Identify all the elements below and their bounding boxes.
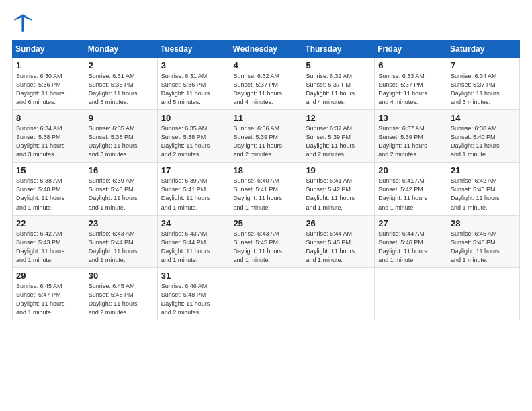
header (12, 12, 520, 34)
day-info: Sunrise: 6:43 AMSunset: 5:45 PMDaylight:… (234, 230, 300, 265)
page: SundayMondayTuesdayWednesdayThursdayFrid… (0, 0, 532, 411)
day-number: 30 (89, 271, 154, 281)
day-info: Sunrise: 6:41 AMSunset: 5:42 PMDaylight:… (378, 177, 444, 212)
calendar-cell: 9 Sunrise: 6:35 AMSunset: 5:38 PMDayligh… (85, 110, 157, 163)
day-number: 2 (89, 60, 154, 71)
calendar-cell: 12 Sunrise: 6:37 AMSunset: 5:39 PMDaylig… (302, 110, 375, 163)
col-header-monday: Monday (85, 41, 157, 58)
day-number: 3 (161, 60, 227, 71)
day-info: Sunrise: 6:34 AMSunset: 5:38 PMDaylight:… (16, 124, 82, 159)
day-number: 17 (161, 165, 227, 175)
calendar-cell: 21 Sunrise: 6:42 AMSunset: 5:43 PMDaylig… (447, 163, 520, 215)
calendar-cell: 23 Sunrise: 6:43 AMSunset: 5:44 PMDaylig… (85, 215, 157, 267)
calendar-cell: 22 Sunrise: 6:42 AMSunset: 5:43 PMDaylig… (13, 215, 85, 267)
calendar-cell: 3 Sunrise: 6:31 AMSunset: 5:36 PMDayligh… (157, 58, 230, 110)
day-info: Sunrise: 6:44 AMSunset: 5:46 PMDaylight:… (378, 230, 444, 265)
day-number: 7 (451, 60, 517, 71)
day-number: 11 (234, 113, 300, 123)
day-info: Sunrise: 6:42 AMSunset: 5:43 PMDaylight:… (451, 177, 517, 212)
day-info: Sunrise: 6:43 AMSunset: 5:44 PMDaylight:… (89, 230, 154, 265)
day-info: Sunrise: 6:38 AMSunset: 5:40 PMDaylight:… (451, 124, 517, 159)
calendar-cell: 10 Sunrise: 6:35 AMSunset: 5:38 PMDaylig… (157, 110, 230, 163)
calendar-cell: 30 Sunrise: 6:45 AMSunset: 5:48 PMDaylig… (85, 267, 157, 320)
calendar-week-4: 22 Sunrise: 6:42 AMSunset: 5:43 PMDaylig… (13, 215, 520, 267)
calendar-cell: 25 Sunrise: 6:43 AMSunset: 5:45 PMDaylig… (230, 215, 302, 267)
day-number: 27 (378, 218, 444, 228)
calendar-cell: 4 Sunrise: 6:32 AMSunset: 5:37 PMDayligh… (230, 58, 302, 110)
calendar-week-2: 8 Sunrise: 6:34 AMSunset: 5:38 PMDayligh… (13, 110, 520, 163)
calendar-week-5: 29 Sunrise: 6:45 AMSunset: 5:47 PMDaylig… (13, 267, 520, 320)
calendar-cell: 31 Sunrise: 6:46 AMSunset: 5:48 PMDaylig… (157, 267, 230, 320)
calendar-cell (447, 267, 520, 320)
day-info: Sunrise: 6:37 AMSunset: 5:39 PMDaylight:… (306, 124, 371, 159)
day-number: 31 (161, 271, 227, 281)
day-info: Sunrise: 6:37 AMSunset: 5:39 PMDaylight:… (378, 124, 444, 159)
day-info: Sunrise: 6:34 AMSunset: 5:37 PMDaylight:… (451, 72, 517, 107)
calendar-cell: 8 Sunrise: 6:34 AMSunset: 5:38 PMDayligh… (13, 110, 85, 163)
day-info: Sunrise: 6:32 AMSunset: 5:37 PMDaylight:… (306, 72, 371, 107)
day-info: Sunrise: 6:44 AMSunset: 5:45 PMDaylight:… (306, 230, 371, 265)
day-info: Sunrise: 6:32 AMSunset: 5:37 PMDaylight:… (234, 72, 300, 107)
calendar-cell: 11 Sunrise: 6:36 AMSunset: 5:39 PMDaylig… (230, 110, 302, 163)
day-number: 13 (378, 113, 444, 123)
day-info: Sunrise: 6:30 AMSunset: 5:36 PMDaylight:… (16, 72, 82, 107)
col-header-friday: Friday (375, 41, 447, 58)
day-number: 15 (16, 165, 82, 175)
day-number: 23 (89, 218, 154, 228)
calendar-cell: 16 Sunrise: 6:39 AMSunset: 5:40 PMDaylig… (85, 163, 157, 215)
day-number: 18 (234, 165, 300, 175)
day-info: Sunrise: 6:31 AMSunset: 5:36 PMDaylight:… (161, 72, 227, 107)
calendar-cell (302, 267, 375, 320)
calendar-cell: 27 Sunrise: 6:44 AMSunset: 5:46 PMDaylig… (375, 215, 447, 267)
calendar-cell: 24 Sunrise: 6:43 AMSunset: 5:44 PMDaylig… (157, 215, 230, 267)
calendar-week-1: 1 Sunrise: 6:30 AMSunset: 5:36 PMDayligh… (13, 58, 520, 110)
day-number: 25 (234, 218, 300, 228)
calendar-cell: 15 Sunrise: 6:38 AMSunset: 5:40 PMDaylig… (13, 163, 85, 215)
day-number: 19 (306, 165, 371, 175)
day-number: 26 (306, 218, 371, 228)
day-info: Sunrise: 6:33 AMSunset: 5:37 PMDaylight:… (378, 72, 444, 107)
calendar-cell: 1 Sunrise: 6:30 AMSunset: 5:36 PMDayligh… (13, 58, 85, 110)
day-info: Sunrise: 6:42 AMSunset: 5:43 PMDaylight:… (16, 230, 82, 265)
day-number: 4 (234, 60, 300, 71)
day-info: Sunrise: 6:39 AMSunset: 5:41 PMDaylight:… (161, 177, 227, 212)
day-number: 16 (89, 165, 154, 175)
day-number: 20 (378, 165, 444, 175)
col-header-sunday: Sunday (13, 41, 85, 58)
calendar-cell: 2 Sunrise: 6:31 AMSunset: 5:36 PMDayligh… (85, 58, 157, 110)
day-info: Sunrise: 6:35 AMSunset: 5:38 PMDaylight:… (161, 124, 227, 159)
day-info: Sunrise: 6:35 AMSunset: 5:38 PMDaylight:… (89, 124, 154, 159)
col-header-saturday: Saturday (447, 41, 520, 58)
calendar-cell: 28 Sunrise: 6:45 AMSunset: 5:46 PMDaylig… (447, 215, 520, 267)
day-number: 22 (16, 218, 82, 228)
day-number: 14 (451, 113, 517, 123)
day-number: 9 (89, 113, 154, 123)
day-info: Sunrise: 6:46 AMSunset: 5:48 PMDaylight:… (161, 282, 227, 317)
day-info: Sunrise: 6:45 AMSunset: 5:47 PMDaylight:… (16, 282, 82, 317)
day-number: 5 (306, 60, 371, 71)
day-info: Sunrise: 6:45 AMSunset: 5:48 PMDaylight:… (89, 282, 154, 317)
day-number: 6 (378, 60, 444, 71)
calendar-cell: 18 Sunrise: 6:40 AMSunset: 5:41 PMDaylig… (230, 163, 302, 215)
day-number: 29 (16, 271, 82, 281)
day-number: 24 (161, 218, 227, 228)
day-info: Sunrise: 6:36 AMSunset: 5:39 PMDaylight:… (234, 124, 300, 159)
calendar-cell: 19 Sunrise: 6:41 AMSunset: 5:42 PMDaylig… (302, 163, 375, 215)
calendar-cell: 29 Sunrise: 6:45 AMSunset: 5:47 PMDaylig… (13, 267, 85, 320)
calendar-cell: 6 Sunrise: 6:33 AMSunset: 5:37 PMDayligh… (375, 58, 447, 110)
day-number: 21 (451, 165, 517, 175)
calendar-week-3: 15 Sunrise: 6:38 AMSunset: 5:40 PMDaylig… (13, 163, 520, 215)
col-header-thursday: Thursday (302, 41, 375, 58)
day-number: 28 (451, 218, 517, 228)
logo (12, 12, 36, 34)
day-info: Sunrise: 6:38 AMSunset: 5:40 PMDaylight:… (16, 177, 82, 212)
day-number: 10 (161, 113, 227, 123)
calendar-table: SundayMondayTuesdayWednesdayThursdayFrid… (12, 40, 520, 320)
day-number: 1 (16, 60, 82, 71)
calendar-cell: 5 Sunrise: 6:32 AMSunset: 5:37 PMDayligh… (302, 58, 375, 110)
calendar-header-row: SundayMondayTuesdayWednesdayThursdayFrid… (13, 41, 520, 58)
day-info: Sunrise: 6:39 AMSunset: 5:40 PMDaylight:… (89, 177, 154, 212)
calendar-cell: 13 Sunrise: 6:37 AMSunset: 5:39 PMDaylig… (375, 110, 447, 163)
calendar-cell: 26 Sunrise: 6:44 AMSunset: 5:45 PMDaylig… (302, 215, 375, 267)
calendar-cell: 14 Sunrise: 6:38 AMSunset: 5:40 PMDaylig… (447, 110, 520, 163)
